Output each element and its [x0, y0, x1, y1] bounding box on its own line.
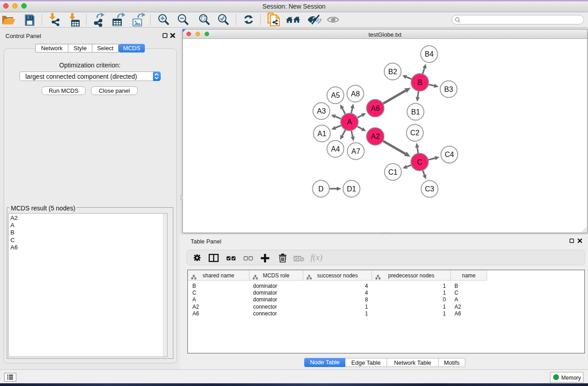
svg-text:B4: B4 — [425, 50, 434, 58]
svg-text:C2: C2 — [410, 129, 420, 137]
svg-text:A4: A4 — [331, 145, 340, 153]
svg-text:B3: B3 — [444, 86, 453, 93]
svg-text:C3: C3 — [425, 185, 435, 193]
svg-text:A6: A6 — [371, 105, 380, 112]
svg-text:A1: A1 — [317, 130, 326, 138]
svg-text:A8: A8 — [351, 90, 360, 98]
svg-text:A: A — [347, 118, 352, 126]
svg-text:B1: B1 — [411, 108, 420, 116]
svg-text:C1: C1 — [388, 168, 398, 176]
svg-text:A7: A7 — [351, 148, 360, 155]
svg-text:A2: A2 — [371, 133, 380, 140]
svg-text:A3: A3 — [317, 107, 326, 115]
svg-text:D: D — [318, 185, 324, 193]
svg-text:D1: D1 — [347, 185, 356, 193]
svg-text:C4: C4 — [445, 151, 454, 158]
svg-text:C: C — [417, 158, 422, 166]
svg-text:B2: B2 — [388, 68, 397, 76]
svg-text:B: B — [417, 79, 422, 86]
svg-text:A5: A5 — [331, 91, 340, 99]
